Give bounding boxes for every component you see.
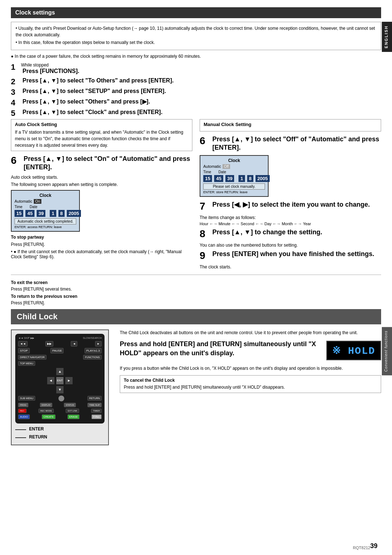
partway-text: Press [RETURN].: [11, 242, 192, 247]
auto-min: 45: [25, 210, 34, 217]
exit-title: To exit the screen: [11, 280, 48, 285]
screen-complete-text: The following screen appears when settin…: [11, 182, 192, 187]
auto-clock-automatic-row: Automatic On: [15, 199, 76, 204]
step-9-num: 9: [200, 250, 212, 262]
cancel-text: Press and hold [ENTER] and [RETURN] simu…: [124, 384, 377, 390]
partway-title: To stop partway: [11, 235, 192, 240]
step-8-num: 8: [200, 228, 212, 240]
step-1-text: Press [FUNCTIONS].: [21, 68, 79, 75]
step-8-note: You can also use the numbered buttons fo…: [200, 243, 381, 248]
clock-footer-divider: [11, 275, 381, 275]
auto-time-row: 15 45 39 1 8 2005: [15, 210, 76, 217]
step-6-auto: 6 Press [▲, ▼] to select "On" of "Automa…: [11, 155, 192, 172]
remote-inner: ◄◄ SKIP ▶▶ SLOW/SEARCH ◄◄ ▶▶ ◄ ► STOP PA…: [15, 334, 105, 424]
remote-status: STATUS: [64, 403, 76, 407]
manual-enter-text: ENTER: store RETURN: leave: [203, 190, 265, 194]
step-1-num: 1: [11, 62, 21, 71]
auto-clock-display: Clock Automatic On Time Date 15 45 39: [11, 190, 80, 232]
manual-clock-display: Clock Automatic Off Time Date 15 45 39: [200, 155, 269, 197]
clock-info-box: Usually, the unit's Preset Download or A…: [11, 22, 381, 50]
step-6-auto-note: Auto clock setting starts.: [11, 175, 192, 180]
step-5: 5 Press [▲, ▼] to select "Clock" and pre…: [11, 109, 381, 117]
step-6-manual-text: Press [▲, ▼] to select "Off" of "Automat…: [212, 135, 381, 152]
remote-top-menu: TOP MENU: [18, 361, 35, 366]
auto-on-badge: On: [34, 199, 41, 204]
manual-time-label: Time: [203, 170, 211, 174]
step-6-manual-num: 6: [200, 135, 212, 152]
child-lock-note: If you press a button while the Child Lo…: [120, 365, 381, 372]
remote-s-btn: [58, 396, 64, 401]
manual-clock-title: Manual Clock Setting: [204, 122, 377, 127]
remote-return: RETURN: [87, 396, 102, 401]
child-lock-heading: Press and hold [ENTER] and [RETURN] simu…: [120, 340, 323, 358]
child-lock-description: The Child Lock deactivates all buttons o…: [120, 329, 381, 336]
manual-off-badge: Off: [222, 164, 230, 169]
step-1-sub: While stopped: [21, 62, 79, 68]
remote-prog: PROG: [18, 403, 28, 407]
manual-year: 2005: [256, 175, 270, 182]
auto-enter-text: ENTER: access RETURN: leave: [15, 225, 76, 229]
remote-row-topmenu: TOP MENU: [18, 361, 102, 366]
step-6-manual: 6 Press [▲, ▼] to select "Off" of "Autom…: [200, 135, 381, 152]
auto-month: 8: [58, 210, 65, 217]
step-6-auto-num: 6: [11, 155, 24, 172]
remote-dpad-right: ►: [65, 377, 73, 384]
step-1: 1 While stopped Press [FUNCTIONS].: [11, 62, 381, 75]
auto-sec: 39: [37, 210, 45, 217]
step-3-text: Press [▲, ▼] to select "SETUP" and press…: [21, 88, 166, 95]
step-2: 2 Press [▲, ▼] to select "To Others" and…: [11, 77, 381, 86]
exit-text: Press [RETURN] several times.: [11, 287, 381, 292]
remote-sub-menu: SUB MENU: [18, 396, 35, 401]
remote-rewind: ◄◄: [18, 341, 28, 347]
manual-clock-box: Manual Clock Setting: [200, 119, 381, 131]
manual-time-row: 15 45 39 1 8 2005: [203, 175, 265, 182]
remote-dpad-up: ▲: [56, 368, 64, 375]
child-lock-title: Child Lock: [11, 309, 381, 324]
step-8-manual: 8 Press [▲, ▼] to change the setting.: [200, 228, 381, 240]
step-9-note: The clock starts.: [200, 264, 381, 270]
remote-stop: STOP: [18, 348, 30, 353]
manual-auto-label: Automatic: [203, 164, 221, 169]
manual-hour: 15: [203, 175, 212, 182]
remote-functions: FUNCTIONS: [83, 355, 102, 360]
remote-row-skip: ◄◄ SKIP ▶▶ SLOW/SEARCH: [18, 337, 102, 340]
auto-hour: 15: [15, 210, 23, 217]
step-8-text: Press [▲, ▼] to change the setting.: [212, 228, 322, 240]
manual-clock-automatic-row: Automatic Off: [203, 164, 265, 169]
remote-ext-link: EXT LINK: [66, 409, 79, 413]
return-label: RETURN: [29, 434, 47, 439]
remote-dpad: ▲ ▼ ◄ ► ENT: [47, 368, 73, 393]
remote-enter-center: ENT: [56, 377, 64, 384]
remote-erase: ERASE: [68, 414, 80, 419]
partway-note: ● If the unit cannot set the clock autom…: [11, 249, 192, 259]
remote-row-bottom: PROG DISPLAY STATUS TIME SLIP: [18, 403, 102, 407]
remote-row-play: STOP PAUSE PLAY/x1.3: [18, 348, 102, 353]
auto-clock-box: Auto Clock Setting If a TV station trans…: [11, 119, 192, 151]
manual-clock-col: Manual Clock Setting 6 Press [▲, ▼] to s…: [200, 119, 381, 270]
auto-year: 2005: [67, 210, 81, 217]
clock-settings-section: Clock settings Usually, the unit's Prese…: [11, 7, 381, 305]
auto-day: 1: [50, 210, 56, 217]
remote-row-colored: AUDIO CREATE ERASE F.Rec: [18, 414, 102, 419]
return-title: To return to the previous screen: [11, 294, 77, 299]
info-bullet-1: Usually, the unit's Preset Download or A…: [16, 25, 376, 38]
remote-rec: REC: [18, 409, 26, 413]
remote-direct-nav: DIRECT NAVIGATOR: [18, 355, 46, 360]
step-3-num: 3: [11, 88, 21, 96]
step-6-auto-text: Press [▲, ▼] to select "On" of "Automati…: [24, 155, 192, 172]
manual-min: 45: [214, 175, 223, 182]
clock-footer-notes: To exit the screen Press [RETURN] severa…: [11, 280, 381, 305]
step-9-manual: 9 Press [ENTER] when you have finished t…: [200, 250, 381, 262]
remote-dpad-down: ▼: [56, 386, 64, 393]
remote-play: PLAY/x1.3: [85, 348, 102, 353]
auto-time-label: Time: [15, 205, 23, 209]
step-5-text: Press [▲, ▼] to select "Clock" and press…: [21, 109, 163, 116]
xhold-display: ※ HOLD: [326, 341, 381, 360]
info-bullet-2: In this case, follow the operation steps…: [16, 39, 376, 46]
cancel-box: To cancel the Child Lock Press and hold …: [120, 375, 381, 393]
remote-row-nav: DIRECT NAVIGATOR FUNCTIONS: [18, 355, 102, 360]
step-4: 4 Press [▲, ▼] to select "Others" and pr…: [11, 98, 381, 107]
convenient-functions-tab: Convenient functions: [382, 327, 392, 375]
step-7-manual: 7 Press [◀, ▶] to select the item you wa…: [200, 200, 381, 212]
remote-frec: F.Rec: [91, 414, 102, 419]
